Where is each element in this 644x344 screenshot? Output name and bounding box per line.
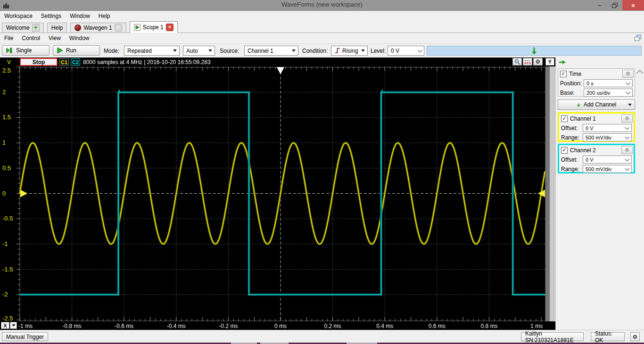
menu-file[interactable]: File	[0, 34, 17, 42]
menu-help[interactable]: Help	[94, 12, 115, 20]
close-icon: ×	[631, 2, 635, 9]
y-tick-label: 0	[2, 190, 6, 197]
level-label: Level:	[371, 48, 386, 54]
check-icon: ✓	[561, 71, 565, 76]
chevron-down-icon	[626, 80, 631, 85]
x-tick-label: 0 ms	[270, 323, 291, 329]
run-label: Run	[66, 47, 76, 54]
rising-edge-icon	[334, 48, 340, 54]
trigger-mode-value: Auto	[186, 48, 198, 54]
chevron-down-icon	[625, 125, 630, 130]
run-button[interactable]: Run	[53, 45, 100, 56]
device-button[interactable]: Kaitlyn SN:210321A1881E	[521, 332, 584, 341]
scroll-up-icon[interactable]	[636, 70, 643, 76]
time-base-value: 200 us/div	[586, 90, 610, 96]
channel2-offset-label: Offset:	[561, 156, 578, 163]
status-button[interactable]: Status: OK	[591, 332, 625, 341]
menu-view[interactable]: View	[44, 34, 65, 42]
minimize-icon: –	[598, 2, 602, 8]
level-select[interactable]: 0 V	[388, 46, 424, 56]
measure-tool-button[interactable]	[523, 58, 532, 66]
x-tick-label: 0.2 ms	[322, 323, 343, 329]
tab-wavegen-label: Wavegen 1	[83, 25, 112, 31]
time-settings-button[interactable]: ⚙	[622, 70, 634, 78]
device-settings-button[interactable]: ⚙	[630, 332, 640, 341]
time-group: ✓ Time ⚙ Position: 0 s Base: 200 us/div	[558, 68, 635, 97]
scope-plot[interactable]	[0, 66, 555, 321]
tab-welcome[interactable]: Welcome +	[2, 23, 44, 33]
x-tick-label: 1 ms	[526, 323, 547, 329]
channel1-badge[interactable]: C1	[59, 58, 69, 66]
trigger-position-bar[interactable]	[427, 46, 642, 56]
channel1-settings-button[interactable]: ⚙	[621, 115, 633, 123]
tab-wavegen[interactable]: Wavegen 1 ×	[70, 23, 126, 33]
menu-window-2[interactable]: Window	[65, 34, 94, 42]
menu-workspace[interactable]: Workspace	[0, 12, 37, 20]
menu-window[interactable]: Window	[66, 12, 94, 20]
plus-icon: +	[577, 101, 581, 109]
collapse-panel-arrow-icon[interactable]	[559, 60, 566, 65]
gear-icon: ⚙	[536, 58, 541, 65]
plot-panel-splitter[interactable]	[545, 66, 555, 321]
tab-scope[interactable]: Scope 1 ×	[130, 21, 178, 33]
x-tick-label: -0.6 ms	[114, 323, 134, 329]
minimize-button[interactable]: –	[592, 0, 607, 10]
channel2-range-select[interactable]: 500 mV/div	[583, 165, 632, 173]
scope-side-panel: ✓ Time ⚙ Position: 0 s Base: 200 us/div	[555, 57, 644, 330]
channel1-offset-label: Offset:	[561, 125, 578, 131]
plot-settings-button[interactable]: ⚙	[533, 58, 543, 66]
x-tick-label: 0.4 ms	[374, 323, 395, 329]
channel1-group: ✓ Channel 1 ⚙ Offset: 0 V Range: 500 mV/…	[558, 112, 635, 142]
single-button[interactable]: Single	[2, 45, 50, 56]
y-tick-label: -1.5	[2, 266, 13, 273]
channel2-settings-button[interactable]: ⚙	[621, 146, 633, 154]
channel2-offset-select[interactable]: 0 V	[583, 156, 632, 164]
mode-select[interactable]: Repeated	[124, 46, 180, 56]
chevron-down-icon	[418, 48, 422, 52]
time-base-select[interactable]: 200 us/div	[584, 89, 633, 97]
manual-trigger-button[interactable]: Manual Trigger	[2, 332, 48, 341]
restore-button[interactable]	[607, 0, 622, 10]
zoom-tool-button[interactable]	[512, 58, 522, 66]
trigger-position-marker	[277, 67, 284, 74]
restore-icon	[612, 3, 618, 8]
add-instrument-icon: +	[32, 24, 40, 32]
channel2-badge[interactable]: C2	[71, 58, 80, 66]
time-checkbox[interactable]: ✓	[560, 71, 567, 77]
tab-help[interactable]: Help	[47, 23, 67, 33]
close-button[interactable]: ×	[622, 0, 644, 10]
undock-icon[interactable]	[635, 35, 641, 41]
time-position-select[interactable]: 0 s	[584, 79, 633, 87]
trigger-mode-select[interactable]: Auto	[183, 46, 215, 56]
channel2-range-label: Range:	[561, 166, 579, 172]
menu-control[interactable]: Control	[17, 34, 44, 42]
y-tick-label: -1	[2, 240, 8, 247]
x-tick-label: -0.2 ms	[218, 323, 239, 329]
x-axis-button[interactable]: X	[1, 322, 9, 329]
menu-settings[interactable]: Settings	[37, 12, 66, 20]
chevron-down-icon	[625, 166, 630, 171]
y-tick-label: 2	[2, 89, 6, 96]
y-tick-label: 2.5	[2, 67, 11, 74]
channel1-checkbox[interactable]: ✓	[561, 115, 568, 122]
y-tick-label: 1.5	[2, 114, 11, 121]
single-label: Single	[16, 47, 32, 54]
source-select[interactable]: Channel 1	[244, 46, 298, 56]
check-icon: ✓	[562, 116, 566, 121]
check-icon: ✓	[562, 147, 566, 153]
channel2-checkbox[interactable]: ✓	[561, 147, 568, 154]
x-tick-label: -1 ms	[15, 323, 36, 329]
window-title: WaveForms (new workspace)	[0, 1, 644, 8]
chevron-down-icon	[625, 156, 630, 161]
channel1-range-value: 500 mV/div	[586, 135, 611, 140]
condition-select[interactable]: Rising	[331, 46, 368, 56]
channel1-label: Channel 1	[570, 115, 596, 122]
y-axis-button[interactable]: Y	[545, 58, 554, 66]
add-channel-button[interactable]: + Add Channel	[558, 99, 635, 110]
tab-wavegen-close-icon[interactable]: ×	[115, 24, 122, 32]
channel1-offset-select[interactable]: 0 V	[583, 124, 632, 132]
magnifier-icon	[514, 59, 520, 65]
channel1-range-select[interactable]: 500 mV/div	[583, 133, 632, 141]
tab-scope-close-icon[interactable]: ×	[166, 24, 173, 31]
stop-button[interactable]: Stop	[20, 58, 58, 66]
